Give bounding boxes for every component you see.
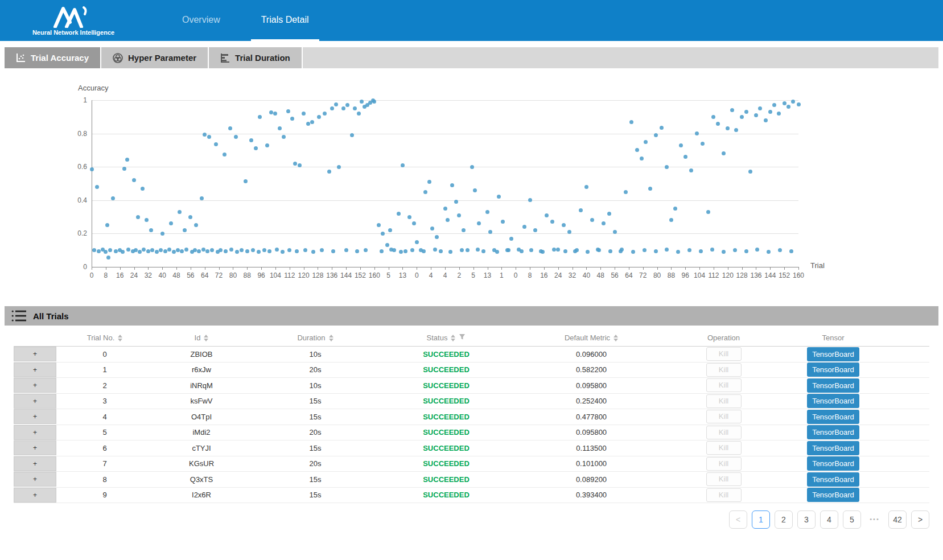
tensorboard-button[interactable]: TensorBoard [807,441,859,455]
tensorboard-button[interactable]: TensorBoard [807,472,859,487]
scatter-point [733,248,737,252]
page-button-42[interactable]: 42 [888,510,907,529]
expand-row-button[interactable]: + [14,394,56,409]
next-page-button[interactable]: > [911,510,929,529]
scatter-point [726,126,730,130]
scatter-point [176,248,180,252]
scatter-point [293,162,297,166]
column-header-status[interactable]: Status [381,333,512,342]
expand-row-button[interactable]: + [14,363,56,377]
column-header-duration[interactable]: Duration [250,333,381,342]
scatter-point [334,102,338,106]
cell-status: SUCCEEDED [381,365,512,374]
kill-button[interactable]: Kill [706,488,742,502]
page-button-1[interactable]: 1 [752,510,770,529]
tab-trial-duration[interactable]: Trial Duration [209,47,303,68]
tensorboard-button[interactable]: TensorBoard [807,425,859,439]
expand-row-button[interactable]: + [14,425,56,440]
cell-operation: Kill [671,472,776,486]
scatter-point [533,228,537,232]
column-header-default_metric[interactable]: Default Metric [512,333,671,342]
tensorboard-button[interactable]: TensorBoard [807,378,859,393]
page-ellipsis[interactable]: ••• [866,510,884,529]
scatter-point [172,250,176,254]
scatter-point [169,221,173,225]
tab-trial-accuracy[interactable]: Trial Accuracy [5,47,101,68]
expand-row-button[interactable]: + [14,347,56,361]
kill-button[interactable]: Kill [706,472,742,486]
tab-trials-detail[interactable]: Trials Detail [251,0,319,41]
scatter-point [249,138,253,142]
scatter-point [597,248,601,252]
x-tick-mark [671,267,672,270]
kill-button[interactable]: Kill [706,394,742,408]
column-header-trial_no[interactable]: Trial No. [56,333,153,342]
column-label: Default Metric [565,333,610,342]
scatter-point [764,118,768,122]
kill-button[interactable]: Kill [706,378,742,392]
expand-row-button[interactable]: + [14,378,56,393]
scatter-point [450,183,454,187]
scatter-point [665,165,669,169]
sort-icon[interactable] [329,335,333,341]
page-button-3[interactable]: 3 [797,510,816,529]
expand-row-button[interactable]: + [14,440,56,455]
scatter-point [457,213,461,217]
expand-row-button[interactable]: + [14,409,56,424]
scatter-point [330,106,334,110]
cell-operation: Kill [671,410,776,423]
scatter-point [620,248,624,252]
tensorboard-button[interactable]: TensorBoard [807,394,859,408]
scatter-plot-icon [16,53,26,63]
scatter-point [214,142,218,146]
list-icon [11,310,26,322]
scatter-point [629,120,633,124]
expand-row-button[interactable]: + [14,456,56,471]
tensorboard-button[interactable]: TensorBoard [807,410,859,424]
column-header-id[interactable]: Id [153,333,250,342]
tensorboard-button[interactable]: TensorBoard [807,347,859,361]
scatter-point [223,153,227,157]
kill-button[interactable]: Kill [706,457,742,471]
scatter-point [476,248,480,252]
page-button-5[interactable]: 5 [843,510,861,529]
x-tick-mark [332,267,332,270]
sort-icon[interactable] [451,335,455,341]
cell-status: SUCCEEDED [381,491,512,499]
page-button-4[interactable]: 4 [820,510,838,529]
kill-button[interactable]: Kill [706,441,742,455]
scatter-point [197,249,201,253]
venn-circles-icon [113,53,123,63]
kill-button[interactable]: Kill [706,410,742,423]
kill-button[interactable]: Kill [706,347,742,361]
cell-id: ksFwV [153,397,250,405]
cell-default_metric: 0.477800 [512,413,671,421]
cell-duration: 20s [250,428,381,437]
cell-id: iMdi2 [153,428,250,437]
nni-mountains-icon [52,5,95,28]
kill-button[interactable]: Kill [706,363,742,377]
scatter-point [254,146,258,150]
filter-icon[interactable] [459,333,466,342]
cell-trial_no: 6 [56,444,153,452]
tensorboard-button[interactable]: TensorBoard [807,363,859,377]
sort-icon[interactable] [613,335,618,341]
tab-overview[interactable]: Overview [172,0,230,41]
cell-default_metric: 0.113500 [512,444,671,452]
tensorboard-button[interactable]: TensorBoard [807,456,859,471]
expand-row-button[interactable]: + [14,488,56,503]
cell-duration: 20s [250,459,381,468]
pagination: <12345•••42> [0,510,929,529]
x-tick-mark [657,267,658,270]
page-button-2[interactable]: 2 [775,510,793,529]
expand-row-button[interactable]: + [14,472,56,487]
tensorboard-button[interactable]: TensorBoard [807,488,859,502]
scatter-point [121,250,125,254]
tab-hyper-parameter[interactable]: Hyper Parameter [101,47,209,68]
sort-icon[interactable] [118,335,122,341]
cell-status: SUCCEEDED [381,397,512,405]
prev-page-button[interactable]: < [729,510,747,529]
scatter-point [126,248,130,252]
kill-button[interactable]: Kill [706,426,742,439]
sort-icon[interactable] [204,335,208,341]
